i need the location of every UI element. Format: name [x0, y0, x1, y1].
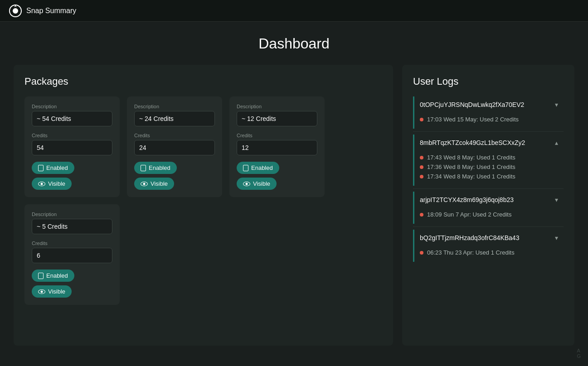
description-field-1: Description [32, 104, 112, 126]
log-header-2[interactable]: 8mbRTqzKTZcok49GzL1beSCXxZy2 ▴ [414, 135, 564, 151]
log-dot-3-1 [420, 213, 423, 217]
user-logs-section: User Logs 0tOPCjuYJRSNqDwLwkq2fXa70EV2 ▾… [402, 65, 574, 346]
corner-watermark: AG [577, 348, 581, 359]
credits-input-1[interactable] [32, 140, 112, 155]
credits-field-2: Credits [134, 133, 215, 155]
visible-button-1[interactable]: Visible [32, 178, 72, 190]
visible-button-4[interactable]: Visible [32, 285, 72, 298]
description-input-1[interactable] [32, 111, 112, 126]
log-dot-2-1 [420, 156, 423, 159]
enabled-icon-3 [243, 165, 248, 171]
visible-eye-icon-3 [243, 182, 250, 186]
log-item-1-1: 17:03 Wed 15 May: Used 2 Credits [420, 115, 558, 124]
visible-eye-icon-1 [38, 182, 45, 186]
brand-name: Snap Summary [26, 7, 76, 15]
log-item-2-3: 17:34 Wed 8 May: Used 1 Credits [420, 172, 558, 181]
package-card-4: Description Credits Enabled Visible [24, 204, 120, 305]
log-user-id-1: 0tOPCjuYJRSNqDwLwkq2fXa70EV2 [420, 101, 524, 108]
description-input-2[interactable] [134, 111, 215, 126]
log-chevron-1: ▾ [555, 101, 558, 108]
description-field-3: Description [237, 104, 317, 126]
log-header-1[interactable]: 0tOPCjuYJRSNqDwLwkq2fXa70EV2 ▾ [414, 96, 564, 113]
log-item-4-1: 06:23 Thu 23 Apr: Used 1 Credits [420, 248, 558, 257]
log-text-2-2: 17:36 Wed 8 May: Used 1 Credits [427, 164, 515, 170]
enabled-button-4[interactable]: Enabled [32, 270, 74, 282]
log-item-3-1: 18:09 Sun 7 Apr: Used 2 Credits [420, 210, 558, 219]
description-label-3: Description [237, 104, 317, 109]
card-actions-2: Enabled Visible [134, 162, 215, 190]
svg-point-1 [13, 8, 18, 14]
visible-button-2[interactable]: Visible [134, 178, 174, 190]
visible-eye-icon-4 [38, 289, 45, 294]
log-dot-1-1 [420, 118, 423, 121]
main-content: Dashboard Packages Description Credits E… [0, 22, 588, 346]
credits-label-1: Credits [32, 133, 112, 138]
description-label-1: Description [32, 104, 112, 109]
log-item-2-1: 17:43 Wed 8 May: Used 1 Credits [420, 153, 558, 162]
log-separator-3 [413, 226, 564, 227]
log-entry-2: 8mbRTqzKTZcok49GzL1beSCXxZy2 ▴ 17:43 Wed… [413, 135, 564, 186]
log-chevron-2: ▴ [555, 139, 558, 146]
log-text-2-1: 17:43 Wed 8 May: Used 1 Credits [427, 154, 515, 161]
credits-input-4[interactable] [32, 248, 112, 263]
log-chevron-4: ▾ [555, 234, 558, 241]
log-item-2-2: 17:36 Wed 8 May: Used 1 Credits [420, 162, 558, 172]
description-field-2: Description [134, 104, 215, 126]
log-items-4: 06:23 Thu 23 Apr: Used 1 Credits [414, 246, 564, 262]
enabled-icon-1 [38, 165, 44, 171]
log-text-1-1: 17:03 Wed 15 May: Used 2 Credits [427, 116, 519, 123]
log-dot-2-2 [420, 165, 423, 169]
log-entry-4: bQ2gITTjzmRHzadq3ofrC84KBa43 ▾ 06:23 Thu… [413, 230, 564, 262]
dashboard-layout: Packages Description Credits Enabled [14, 65, 574, 346]
credits-field-3: Credits [237, 133, 317, 155]
log-text-4-1: 06:23 Thu 23 Apr: Used 1 Credits [427, 249, 515, 256]
log-separator-2 [413, 188, 564, 189]
log-entry-1: 0tOPCjuYJRSNqDwLwkq2fXa70EV2 ▾ 17:03 Wed… [413, 96, 564, 129]
description-input-4[interactable] [32, 219, 112, 234]
credits-label-3: Credits [237, 133, 317, 138]
package-card-1: Description Credits Enabled Visible [24, 96, 120, 197]
description-input-3[interactable] [237, 111, 317, 126]
log-dot-2-3 [420, 175, 423, 178]
user-logs-title: User Logs [413, 76, 564, 87]
description-field-4: Description [32, 212, 112, 234]
log-header-4[interactable]: bQ2gITTjzmRHzadq3ofrC84KBa43 ▾ [414, 230, 564, 246]
credits-input-3[interactable] [237, 140, 317, 155]
card-actions-4: Enabled Visible [32, 270, 112, 298]
page-title: Dashboard [14, 35, 574, 52]
packages-grid: Description Credits Enabled Visible [24, 96, 382, 305]
package-card-2: Description Credits Enabled Visible [127, 96, 222, 197]
navbar: Snap Summary [0, 0, 588, 22]
log-chevron-3: ▾ [555, 196, 558, 203]
user-logs-list: 0tOPCjuYJRSNqDwLwkq2fXa70EV2 ▾ 17:03 Wed… [413, 96, 564, 262]
credits-label-2: Credits [134, 133, 215, 138]
log-user-id-3: arjpIT2TCYX4z8m69g3j6qoj8b23 [420, 196, 514, 203]
enabled-button-1[interactable]: Enabled [32, 162, 74, 174]
credits-label-4: Credits [32, 241, 112, 246]
enabled-button-2[interactable]: Enabled [134, 162, 177, 174]
log-text-2-3: 17:34 Wed 8 May: Used 1 Credits [427, 173, 515, 180]
log-header-3[interactable]: arjpIT2TCYX4z8m69g3j6qoj8b23 ▾ [414, 192, 564, 208]
credits-field-4: Credits [32, 241, 112, 263]
credits-input-2[interactable] [134, 140, 215, 155]
credits-field-1: Credits [32, 133, 112, 155]
enabled-icon-2 [141, 165, 146, 171]
log-separator-1 [413, 131, 564, 132]
log-user-id-4: bQ2gITTjzmRHzadq3ofrC84KBa43 [420, 234, 519, 241]
packages-section: Packages Description Credits Enabled [14, 65, 393, 346]
log-border-3: arjpIT2TCYX4z8m69g3j6qoj8b23 ▾ 18:09 Sun… [413, 192, 564, 224]
log-border-2: 8mbRTqzKTZcok49GzL1beSCXxZy2 ▴ 17:43 Wed… [413, 135, 564, 186]
log-user-id-2: 8mbRTqzKTZcok49GzL1beSCXxZy2 [420, 139, 525, 146]
brand-logo-icon [9, 5, 22, 17]
log-items-2: 17:43 Wed 8 May: Used 1 Credits 17:36 We… [414, 151, 564, 186]
enabled-button-3[interactable]: Enabled [237, 162, 279, 174]
package-card-3: Description Credits Enabled Visible [229, 96, 325, 197]
enabled-icon-4 [38, 273, 44, 279]
card-actions-1: Enabled Visible [32, 162, 112, 190]
card-actions-3: Enabled Visible [237, 162, 317, 190]
log-dot-4-1 [420, 251, 423, 255]
packages-title: Packages [24, 76, 382, 87]
visible-button-3[interactable]: Visible [237, 178, 277, 190]
log-entry-3: arjpIT2TCYX4z8m69g3j6qoj8b23 ▾ 18:09 Sun… [413, 192, 564, 224]
log-border-1: 0tOPCjuYJRSNqDwLwkq2fXa70EV2 ▾ 17:03 Wed… [413, 96, 564, 129]
